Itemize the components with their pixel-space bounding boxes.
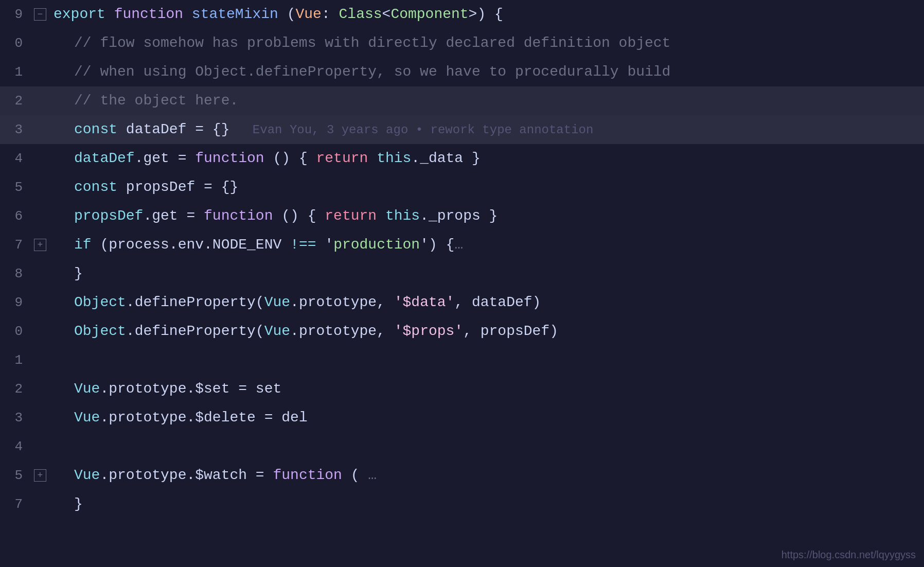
code-content: // the object here. (49, 90, 924, 112)
line-number: 2 (0, 93, 31, 109)
code-content: Vue.prototype.$watch = function ( … (49, 465, 924, 486)
line-number: 2 (0, 381, 31, 397)
git-blame: Evan You, 3 years ago • rework type anno… (229, 123, 593, 137)
code-content: export function stateMixin (Vue: Class<C… (49, 4, 924, 25)
line-number: 9 (0, 295, 31, 310)
code-content: Object.defineProperty(Vue.prototype, '$p… (49, 321, 924, 342)
line-number: 5 (0, 468, 31, 483)
line-number: 5 (0, 180, 31, 195)
code-content: } (49, 493, 924, 515)
line-number: 6 (0, 208, 31, 224)
code-line-16: 6 propsDef.get = function () { return th… (0, 202, 924, 231)
code-line-13: 3 const dataDef = {} Evan You, 3 years a… (0, 115, 924, 144)
code-line-14: 4 dataDef.get = function () { return thi… (0, 144, 924, 173)
code-content: } (49, 263, 924, 285)
fold-marker[interactable]: + (31, 469, 49, 482)
line-number: 3 (0, 122, 31, 137)
code-content: Vue.prototype.$delete = del (49, 407, 924, 429)
code-content: // when using Object.defineProperty, so … (49, 61, 924, 83)
code-line-17: 7 + if (process.env.NODE_ENV !== 'produc… (0, 231, 924, 259)
code-line-24: 4 (0, 432, 924, 461)
code-content: const dataDef = {} Evan You, 3 years ago… (49, 119, 924, 140)
code-line-20: 0 Object.defineProperty(Vue.prototype, '… (0, 317, 924, 346)
code-content: Vue.prototype.$set = set (49, 378, 924, 400)
code-line-21: 1 (0, 346, 924, 375)
code-line-9: 9 − export function stateMixin (Vue: Cla… (0, 0, 924, 29)
code-line-15: 5 const propsDef = {} (0, 173, 924, 202)
line-number: 4 (0, 439, 31, 454)
line-number: 4 (0, 151, 31, 166)
line-number: 3 (0, 410, 31, 426)
code-line-12: 2 // the object here. (0, 86, 924, 115)
code-line-19: 9 Object.defineProperty(Vue.prototype, '… (0, 288, 924, 317)
line-number: 1 (0, 352, 31, 368)
code-line-18: 8 } (0, 259, 924, 288)
code-content: Object.defineProperty(Vue.prototype, '$d… (49, 292, 924, 313)
expand-button[interactable]: + (34, 239, 46, 251)
code-content: // flow somehow has problems with direct… (49, 32, 924, 54)
line-number: 7 (0, 497, 31, 512)
line-number: 0 (0, 36, 31, 51)
fold-marker[interactable]: + (31, 239, 49, 251)
code-content: propsDef.get = function () { return this… (49, 205, 924, 227)
code-content: dataDef.get = function () { return this.… (49, 148, 924, 169)
code-content: if (process.env.NODE_ENV !== 'production… (49, 234, 924, 256)
code-line-26: 7 } (0, 490, 924, 519)
expand-button[interactable]: + (34, 469, 46, 482)
line-number: 7 (0, 237, 31, 253)
fold-marker[interactable]: − (31, 8, 49, 21)
code-content: const propsDef = {} (49, 176, 924, 198)
line-number: 0 (0, 324, 31, 339)
watermark: https://blog.csdn.net/lqyygyss (781, 549, 916, 561)
line-number: 9 (0, 7, 31, 22)
code-line-22: 2 Vue.prototype.$set = set (0, 375, 924, 403)
line-number: 8 (0, 266, 31, 281)
code-line-11: 1 // when using Object.defineProperty, s… (0, 58, 924, 86)
collapse-button[interactable]: − (34, 8, 46, 21)
code-line-25: 5 + Vue.prototype.$watch = function ( … (0, 461, 924, 490)
code-line-10: 0 // flow somehow has problems with dire… (0, 29, 924, 58)
line-number: 1 (0, 64, 31, 80)
code-editor: 9 − export function stateMixin (Vue: Cla… (0, 0, 924, 567)
code-line-23: 3 Vue.prototype.$delete = del (0, 403, 924, 432)
